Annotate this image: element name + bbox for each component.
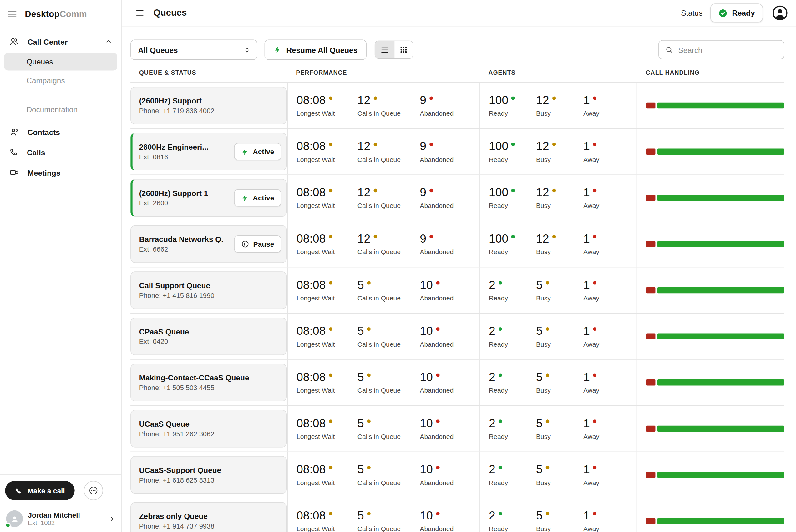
longest-wait-value: 08:08	[297, 279, 326, 291]
queue-row: Zebras only Queue Phone: +1 914 737 9938…	[130, 498, 784, 532]
abandoned-value: 10	[420, 279, 433, 291]
away-value: 1	[583, 94, 590, 106]
sidebar-item-queues[interactable]: Queues	[4, 53, 117, 71]
sidebar-item-documentation[interactable]: Documentation	[4, 100, 117, 117]
longest-wait-label: Longest Wait	[297, 156, 357, 163]
queue-name: (2600Hz) Support 1	[139, 189, 208, 197]
longest-wait-value: 08:08	[297, 140, 326, 153]
metric-calls-in-queue: 5 Calls in Queue	[357, 371, 420, 394]
amber-status-dot	[367, 374, 370, 377]
table-header: QUEUE & STATUS PERFORMANCE AGENTS CALL H…	[130, 69, 784, 82]
search-input[interactable]	[678, 45, 778, 54]
users-icon	[9, 37, 19, 46]
menu-icon[interactable]	[135, 8, 145, 18]
metric-calls-in-queue: 12 Calls in Queue	[357, 140, 420, 163]
grid-view-icon	[400, 46, 408, 54]
away-value: 1	[583, 186, 590, 198]
user-menu[interactable]: Jordan Mitchell Ext. 1002	[5, 510, 116, 527]
metric-ready: 100 Ready	[489, 186, 536, 209]
queue-state-button[interactable]: Active	[234, 143, 281, 160]
queue-card[interactable]: 2600Hz Engineeri... Ext: 0816 Active	[130, 133, 287, 170]
queue-card[interactable]: Zebras only Queue Phone: +1 914 737 9938	[130, 502, 287, 532]
bar-lost-segment	[646, 287, 655, 293]
red-status-dot	[593, 281, 596, 285]
abandoned-value: 10	[420, 510, 433, 522]
metric-longest-wait: 08:08 Longest Wait	[297, 279, 357, 302]
calls-in-queue-value: 5	[357, 371, 364, 383]
calls-in-queue-value: 12	[357, 140, 371, 153]
view-toggle	[375, 41, 413, 59]
green-status-dot	[499, 327, 502, 331]
list-view-button[interactable]	[375, 41, 394, 58]
queue-row: Making-Contact-CCaaS Queue Phone: +1 505…	[130, 360, 784, 406]
queue-card[interactable]: UCaaS Queue Phone: +1 951 262 3062	[130, 410, 287, 447]
metric-ready: 2 Ready	[489, 325, 536, 347]
away-value: 1	[583, 371, 590, 383]
queue-card[interactable]: (2600Hz) Support Phone: +1 719 838 4002	[130, 87, 287, 125]
account-button[interactable]	[771, 4, 789, 22]
queue-state-button[interactable]: Active	[234, 189, 281, 206]
status-ready-button[interactable]: Ready	[710, 3, 763, 22]
chevron-up-icon[interactable]	[105, 38, 112, 45]
amber-status-dot	[373, 189, 377, 192]
app: DesktopComm Call Center Queues Campaigns	[0, 0, 796, 532]
red-status-dot	[436, 281, 440, 285]
contacts-icon	[9, 127, 19, 137]
metric-ready: 2 Ready	[489, 371, 536, 394]
busy-label: Busy	[536, 525, 583, 532]
abandoned-label: Abandoned	[420, 109, 453, 117]
queue-row: CPaaS Queue Ext: 0420 08:08 Longest Wait…	[130, 314, 784, 360]
longest-wait-label: Longest Wait	[297, 340, 357, 347]
queue-row: UCaaS-Support Queue Phone: +1 618 625 83…	[130, 452, 784, 498]
sidebar-item-call-center[interactable]: Call Center	[4, 32, 117, 52]
queue-card[interactable]: (2600Hz) Support 1 Ext: 2600 Active	[130, 179, 287, 216]
queue-filter-select[interactable]: All Queues	[130, 40, 257, 60]
abandoned-label: Abandoned	[420, 386, 453, 394]
metric-longest-wait: 08:08 Longest Wait	[297, 232, 357, 255]
more-options-button[interactable]	[84, 481, 103, 500]
busy-label: Busy	[536, 478, 583, 486]
queue-card[interactable]: Call Support Queue Phone: +1 415 816 199…	[130, 271, 287, 309]
metric-longest-wait: 08:08 Longest Wait	[297, 510, 357, 532]
bar-lost-segment	[646, 102, 655, 109]
make-a-call-button[interactable]: Make a call	[5, 481, 74, 500]
abandoned-label: Abandoned	[420, 525, 453, 532]
queue-subtitle: Ext: 0420	[139, 338, 189, 345]
metric-away: 1 Away	[583, 371, 599, 394]
abandoned-value: 9	[420, 140, 426, 153]
grid-view-button[interactable]	[394, 41, 413, 58]
queue-subtitle: Phone: +1 505 503 4455	[139, 384, 249, 392]
busy-value: 5	[536, 371, 543, 383]
queue-state-button[interactable]: Pause	[234, 235, 281, 252]
metric-busy: 12 Busy	[536, 186, 583, 209]
bar-handled-segment	[657, 333, 784, 339]
resume-all-queues-button[interactable]: Resume All Queues	[265, 40, 367, 60]
hamburger-icon[interactable]	[7, 9, 17, 19]
queue-row: Call Support Queue Phone: +1 415 816 199…	[130, 267, 784, 314]
queue-card[interactable]: CPaaS Queue Ext: 0420	[130, 318, 287, 355]
calls-in-queue-label: Calls in Queue	[357, 156, 420, 163]
busy-value: 12	[536, 186, 549, 198]
green-status-dot	[512, 97, 515, 100]
longest-wait-label: Longest Wait	[297, 109, 357, 117]
queue-card[interactable]: Barracuda Networks Q. Ext: 6662 Pause	[130, 225, 287, 263]
metric-busy: 5 Busy	[536, 371, 583, 394]
calls-in-queue-value: 5	[357, 463, 364, 476]
sidebar-item-contacts[interactable]: Contacts	[4, 122, 117, 142]
queue-card[interactable]: UCaaS-Support Queue Phone: +1 618 625 83…	[130, 456, 287, 494]
sidebar-item-meetings[interactable]: Meetings	[4, 162, 117, 183]
metric-calls-in-queue: 5 Calls in Queue	[357, 279, 420, 302]
abandoned-value: 9	[420, 186, 426, 198]
queue-name: (2600Hz) Support	[139, 96, 215, 105]
call-handling-bar	[646, 102, 784, 109]
sidebar-item-calls[interactable]: Calls	[4, 142, 117, 162]
red-status-dot	[593, 512, 596, 515]
longest-wait-value: 08:08	[297, 510, 326, 522]
queue-card[interactable]: Making-Contact-CCaaS Queue Phone: +1 505…	[130, 364, 287, 401]
logo-light: Comm	[60, 9, 87, 19]
sidebar-item-campaigns[interactable]: Campaigns	[4, 72, 117, 89]
queue-name: Zebras only Queue	[139, 512, 215, 521]
busy-label: Busy	[536, 433, 583, 440]
avatar	[6, 510, 23, 527]
calls-in-queue-label: Calls in Queue	[357, 109, 420, 117]
